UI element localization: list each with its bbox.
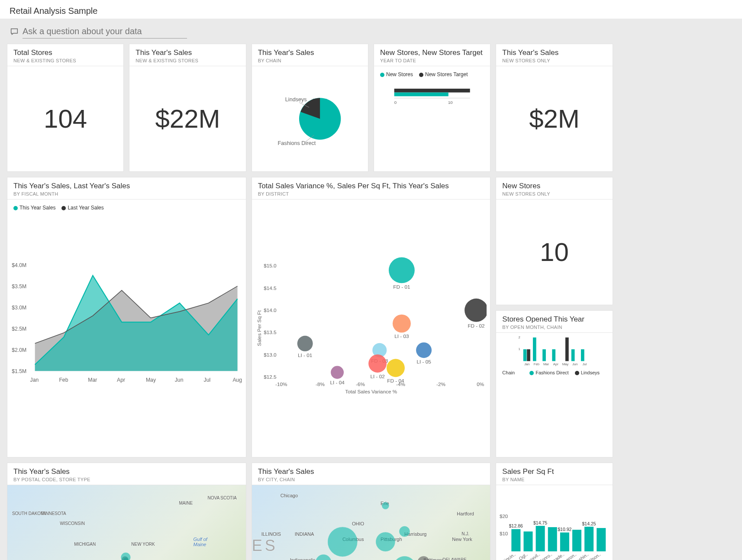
svg-text:-2%: -2% xyxy=(436,381,445,387)
svg-text:LI - 05: LI - 05 xyxy=(416,359,431,364)
svg-rect-67 xyxy=(571,349,575,361)
svg-text:-6%: -6% xyxy=(356,381,365,387)
svg-text:$3.5M: $3.5M xyxy=(12,283,26,290)
svg-rect-195 xyxy=(584,527,594,551)
scatter-chart: $12.5$13.0$13.5$14.0$14.5$15.0-10%-8%-6%… xyxy=(255,203,487,454)
tile-tys-chain[interactable]: This Year's SalesBY CHAIN Lindseys Fashi… xyxy=(252,44,368,172)
tile-title: This Year's Sales xyxy=(258,467,484,476)
svg-rect-65 xyxy=(565,338,569,361)
svg-text:Mar: Mar xyxy=(543,362,549,366)
svg-text:$20: $20 xyxy=(500,514,508,519)
svg-rect-4 xyxy=(394,93,448,97)
svg-text:Jul: Jul xyxy=(204,377,211,383)
tile-map-postal[interactable]: This Year's SalesBY POSTAL CODE, STORE T… xyxy=(7,463,246,560)
tile-total-stores[interactable]: Total StoresNEW & EXISTING STORES 104 xyxy=(7,44,124,172)
tile-title: Stores Opened This Year xyxy=(502,315,606,324)
svg-text:$13.5: $13.5 xyxy=(264,329,277,335)
svg-text:Aug: Aug xyxy=(232,377,242,383)
pie-chart: Lindseys Fashions Direct xyxy=(252,66,368,171)
svg-rect-193 xyxy=(572,530,581,551)
qna-row xyxy=(7,25,735,44)
tile-sub: BY DISTRICT xyxy=(258,191,484,196)
svg-point-148 xyxy=(121,553,131,560)
tile-map-city[interactable]: This Year's SalesBY CITY, CHAIN ILLINOIS… xyxy=(252,463,491,560)
tile-opened[interactable]: Stores Opened This YearBY OPEN MONTH, CH… xyxy=(496,310,613,457)
svg-rect-61 xyxy=(542,349,546,361)
tile-sub: BY FISCAL MONTH xyxy=(13,191,240,196)
tile-sub: BY CITY, CHAIN xyxy=(258,477,484,482)
svg-point-36 xyxy=(389,257,415,283)
svg-point-52 xyxy=(387,359,405,377)
tile-sqft[interactable]: Sales Per Sq FtBY NAME $10$20$12.86Cinci… xyxy=(496,463,613,560)
svg-rect-185 xyxy=(536,526,545,551)
svg-text:$14.25: $14.25 xyxy=(582,521,596,526)
svg-point-166 xyxy=(328,527,357,557)
tile-title: This Year's Sales, Last Year's Sales xyxy=(13,182,240,190)
svg-text:$2.5M: $2.5M xyxy=(12,326,26,332)
svg-text:Total Sales Variance %: Total Sales Variance % xyxy=(345,389,397,394)
svg-point-167 xyxy=(316,555,331,560)
svg-text:$12.5: $12.5 xyxy=(264,374,277,380)
tile-tys-new[interactable]: This Year's SalesNEW STORES ONLY $2M xyxy=(496,44,613,172)
svg-text:$2.0M: $2.0M xyxy=(12,347,26,353)
pie-label-lindseys: Lindseys xyxy=(285,97,306,103)
tile-new-stores[interactable]: New StoresNEW STORES ONLY 10 xyxy=(496,177,613,305)
tile-sub: BY NAME xyxy=(502,477,606,482)
svg-text:10: 10 xyxy=(448,100,453,105)
svg-text:LI - 03: LI - 03 xyxy=(394,333,409,339)
tile-title: Sales Per Sq Ft xyxy=(502,467,606,476)
tile-new-target[interactable]: New Stores, New Stores TargetYEAR TO DAT… xyxy=(374,44,490,172)
svg-text:-10%: -10% xyxy=(275,381,287,387)
svg-text:May: May xyxy=(562,362,569,366)
svg-rect-56 xyxy=(523,349,527,361)
tile-title: This Year's Sales xyxy=(135,48,239,57)
svg-rect-59 xyxy=(533,338,536,361)
svg-text:Jul: Jul xyxy=(583,362,587,366)
area-chart: $1.5M$2.0M$2.5M$3.0M$3.5M$4.0MJanFebMarA… xyxy=(11,212,242,433)
kpi-value: 10 xyxy=(500,203,609,301)
pie-label-fd: Fashions Direct xyxy=(277,140,316,146)
svg-text:FD - 02: FD - 02 xyxy=(468,323,484,328)
tile-title: Total Sales Variance %, Sales Per Sq Ft,… xyxy=(258,182,484,190)
svg-point-170 xyxy=(417,557,429,560)
svg-rect-183 xyxy=(524,531,533,551)
svg-text:$12.86: $12.86 xyxy=(509,524,523,529)
opened-chart: 12JanFebMarAprMayJunJul xyxy=(500,336,609,367)
tile-sub: YEAR TO DATE xyxy=(380,58,484,63)
grid: Total StoresNEW & EXISTING STORES 104 Th… xyxy=(7,44,735,560)
tile-variance[interactable]: Total Sales Variance %, Sales Per Sq Ft,… xyxy=(252,177,491,457)
svg-point-50 xyxy=(416,342,432,358)
qna-input[interactable] xyxy=(23,25,187,39)
chart-legend: This Year SalesLast Year Sales xyxy=(11,203,242,212)
svg-rect-57 xyxy=(527,349,530,361)
svg-point-176 xyxy=(399,526,410,537)
map-canvas[interactable]: TEXAS SOUTH DAKOTA WISCONSIN MINNESOTA M… xyxy=(7,485,246,560)
svg-text:LI - 01: LI - 01 xyxy=(298,352,312,358)
svg-point-177 xyxy=(382,502,389,509)
svg-text:$13.0: $13.0 xyxy=(264,352,277,357)
svg-text:FD - 04: FD - 04 xyxy=(387,378,404,383)
svg-text:$10.92: $10.92 xyxy=(558,527,572,532)
tile-tys-lys[interactable]: This Year's Sales, Last Year's SalesBY F… xyxy=(7,177,246,457)
tile-sub: BY CHAIN xyxy=(258,58,362,63)
svg-text:0: 0 xyxy=(394,100,397,105)
svg-text:$14.75: $14.75 xyxy=(533,520,547,525)
svg-text:Sales Per Sq Ft: Sales Per Sq Ft xyxy=(256,310,261,346)
chart-legend: Chain Fashions DirectLindseys xyxy=(500,368,609,377)
svg-text:Jun: Jun xyxy=(572,362,577,366)
tile-sub: NEW & EXISTING STORES xyxy=(13,58,117,63)
svg-text:LI - 04: LI - 04 xyxy=(330,380,345,385)
tile-title: This Year's Sales xyxy=(502,48,606,57)
page-title: Retail Analysis Sample xyxy=(0,0,742,19)
svg-point-40 xyxy=(393,315,411,333)
tile-tys-all[interactable]: This Year's SalesNEW & EXISTING STORES $… xyxy=(129,44,246,172)
svg-rect-188 xyxy=(548,527,557,551)
map-canvas[interactable]: ILLINOIS INDIANA OHIO WEST VIRGINIA VIRG… xyxy=(252,485,490,560)
tile-sub: BY POSTAL CODE, STORE TYPE xyxy=(13,477,240,482)
svg-rect-180 xyxy=(512,529,521,551)
kpi-value: $22M xyxy=(133,70,242,168)
svg-point-169 xyxy=(393,556,416,560)
svg-point-46 xyxy=(368,354,387,373)
svg-text:0%: 0% xyxy=(477,381,484,387)
tile-sub: NEW STORES ONLY xyxy=(502,58,606,63)
